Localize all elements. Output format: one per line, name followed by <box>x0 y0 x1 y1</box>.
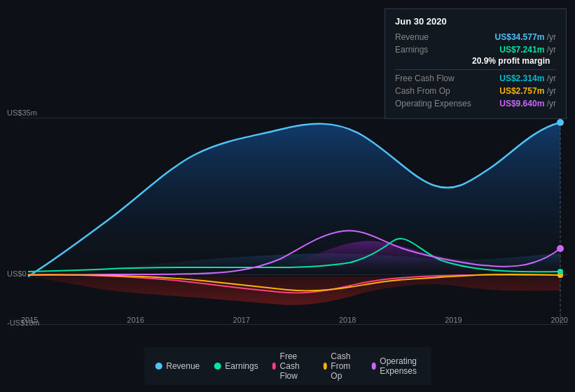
dot-revenue <box>557 119 564 126</box>
tooltip-date: Jun 30 2020 <box>395 16 556 27</box>
dot-opex <box>557 245 564 252</box>
legend-label-earnings: Earnings <box>225 361 258 371</box>
legend-label-fcf: Free Cash Flow <box>280 351 310 381</box>
tooltip-label-earnings: Earnings <box>395 45 428 55</box>
x-label-2019: 2019 <box>445 316 462 324</box>
tooltip-margin: 20.9% profit margin <box>395 56 556 66</box>
legend-revenue[interactable]: Revenue <box>155 361 200 371</box>
legend-dot-opex <box>372 363 375 370</box>
legend-dot-fcf <box>272 363 276 370</box>
x-axis-labels: 2015 2016 2017 2018 2019 2020 <box>21 316 568 324</box>
tooltip-value-fcf: US$2.314m /yr <box>499 74 556 83</box>
tooltip-row-opex: Operating Expenses US$9.640m /yr <box>395 99 556 108</box>
legend-label-revenue: Revenue <box>166 361 200 371</box>
legend-dot-cashfromop <box>323 363 326 370</box>
legend-opex[interactable]: Operating Expenses <box>372 356 420 376</box>
legend-fcf[interactable]: Free Cash Flow <box>272 351 310 381</box>
tooltip-value-opex: US$9.640m /yr <box>499 99 556 108</box>
legend-cashfromop[interactable]: Cash From Op <box>323 351 358 381</box>
revenue-area <box>28 122 560 276</box>
tooltip-panel: Jun 30 2020 Revenue US$34.577m /yr Earni… <box>385 8 567 119</box>
dot-earnings <box>557 269 563 274</box>
chart-legend: Revenue Earnings Free Cash Flow Cash Fro… <box>144 347 431 385</box>
x-label-2020: 2020 <box>550 316 567 324</box>
tooltip-divider1 <box>395 69 556 70</box>
legend-dot-revenue <box>155 363 162 370</box>
tooltip-label-fcf: Free Cash Flow <box>395 74 455 83</box>
legend-label-cashfromop: Cash From Op <box>331 351 358 381</box>
legend-earnings[interactable]: Earnings <box>214 361 258 371</box>
legend-dot-earnings <box>214 363 221 370</box>
tooltip-label-revenue: Revenue <box>395 32 429 42</box>
tooltip-row-earnings: Earnings US$7.241m /yr <box>395 45 556 55</box>
tooltip-label-opex: Operating Expenses <box>395 99 471 108</box>
x-label-2016: 2016 <box>127 316 144 324</box>
tooltip-row-fcf: Free Cash Flow US$2.314m /yr <box>395 74 556 83</box>
tooltip-value-cashfromop: US$2.757m /yr <box>499 86 556 96</box>
x-label-2015: 2015 <box>21 316 38 324</box>
tooltip-value-revenue: US$34.577m /yr <box>495 32 556 42</box>
tooltip-row-cashfromop: Cash From Op US$2.757m /yr <box>395 86 556 96</box>
legend-label-opex: Operating Expenses <box>380 356 420 376</box>
tooltip-value-earnings: US$7.241m /yr <box>499 45 556 55</box>
tooltip-label-cashfromop: Cash From Op <box>395 86 450 96</box>
tooltip-row-revenue: Revenue US$34.577m /yr <box>395 32 556 42</box>
x-label-2017: 2017 <box>233 316 250 324</box>
x-label-2018: 2018 <box>339 316 356 324</box>
